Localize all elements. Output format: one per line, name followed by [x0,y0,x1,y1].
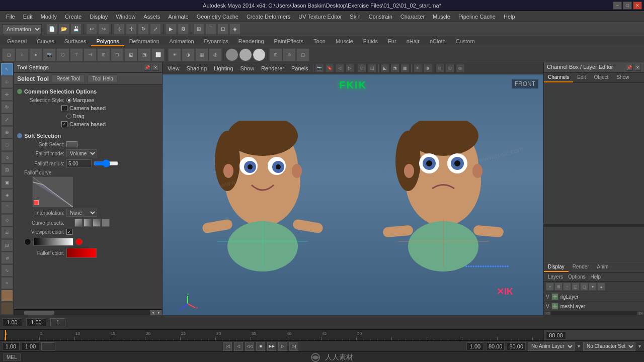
drag-radio[interactable]: Drag [66,113,85,119]
vp-frame-sel-btn[interactable]: ◱ [368,64,377,73]
layer-member-btn[interactable]: ◱ [572,283,580,291]
tab-custom[interactable]: Custom [451,37,480,46]
vp-bookmark-btn[interactable]: 🔖 [325,64,334,73]
falloff-mode-select[interactable]: Volume Surface Global [66,149,97,157]
right-scrollbar[interactable] [544,224,644,227]
icon-ref[interactable]: ◱ [296,48,309,61]
vp-shadow-btn[interactable]: ◑ [423,64,432,73]
vp-light-btn[interactable]: ☀ [413,64,422,73]
thumbnail-1[interactable] [1,290,13,302]
menu-edit[interactable]: Edit [19,13,37,21]
layer-scroll-right-btn[interactable]: ▷ [637,311,644,315]
stop-btn[interactable]: ■ [256,342,265,351]
undo-btn[interactable]: ↩ [86,24,97,35]
timeline[interactable]: 1 5 10 15 20 25 30 35 40 45 50 80.00 [0,329,644,340]
ts-pin-btn[interactable]: 📌 [144,64,151,71]
menu-geometry-cache[interactable]: Geometry Cache [193,13,243,21]
tab-muscle[interactable]: Muscle [331,37,358,46]
icon-4views[interactable]: ⊡ [111,48,124,61]
flare-btn[interactable]: ◇ [1,214,13,226]
menu-help[interactable]: Help [500,13,519,21]
menu-animate[interactable]: Animate [164,13,192,21]
bend-btn[interactable]: ⌒ [1,202,13,214]
tab-toon[interactable]: Toon [308,37,331,46]
step-fwd-btn[interactable]: ▷ [278,342,287,351]
minimize-button[interactable]: – [613,2,622,10]
vp-prev-view-btn[interactable]: ◁ [335,64,344,73]
tab-general[interactable]: General [2,37,32,46]
anim-layer-arrow[interactable]: ▾ [577,343,581,349]
vp-grid-btn[interactable]: ⊞ [436,64,445,73]
maximize-button[interactable]: □ [623,2,632,10]
viewport-color-checkbox[interactable]: ✓ [66,229,72,235]
preset-3[interactable] [93,219,101,227]
vp-menu-shading[interactable]: Shading [184,64,210,72]
sculpt-btn[interactable]: ⌽ [1,151,13,163]
settings-scrollbar[interactable]: ◂ ▸ [14,309,162,315]
tab-fluids[interactable]: Fluids [358,37,383,46]
icon-lights[interactable]: ☀ [168,48,181,61]
layer-tab-display[interactable]: Display [544,262,569,272]
squash-btn[interactable]: ⊡ [1,239,13,251]
vp-select-cam-btn[interactable]: 📷 [315,64,324,73]
scroll-right-btn[interactable]: ▸ [156,310,162,316]
menu-create[interactable]: Create [61,13,86,21]
layer-scroll-track[interactable] [551,311,637,315]
color-gradient-display[interactable] [33,238,73,246]
layer-tab-anim[interactable]: Anim [593,262,613,272]
select-members-btn[interactable]: ◻ [580,283,588,291]
falloff-handle[interactable] [34,200,39,205]
vp-menu-view[interactable]: View [165,64,183,72]
reset-tool-button[interactable]: Reset Tool [52,74,85,83]
vp-wire-btn[interactable]: ⬕ [380,64,389,73]
cb-tab-channels[interactable]: Channels [544,73,573,82]
falloff-radius-slider[interactable] [94,160,119,166]
gradient-end-swatch[interactable] [75,238,83,245]
menu-display[interactable]: Display [86,13,112,21]
falloff-radius-input[interactable] [66,159,92,167]
show-manip-btn[interactable]: ⊞ [1,164,13,176]
cb-close-btn[interactable]: ✕ [634,64,641,71]
tab-painteffects[interactable]: PaintEffects [269,37,309,46]
menu-file[interactable]: File [2,13,19,21]
lattice-btn[interactable]: ▣ [1,176,13,189]
mel-button[interactable]: MEL [3,353,21,361]
falloff-color-swatch[interactable] [66,248,97,258]
vp-hud-btn[interactable]: ⊟ [446,64,455,73]
sine-btn[interactable]: ≋ [1,227,13,239]
layer-opt-help[interactable]: Help [588,274,603,280]
common-selection-section-header[interactable]: Common Selection Options [16,87,160,96]
thumbnail-2[interactable] [1,302,13,314]
preset-1[interactable] [74,219,83,227]
icon-bbox[interactable]: ⬜ [151,48,165,61]
tab-ncloth[interactable]: nCloth [425,37,451,46]
timeline-track[interactable]: 1 5 10 15 20 25 30 35 40 45 50 [4,330,543,340]
close-button[interactable]: ✕ [633,2,642,10]
go-end-btn[interactable]: ▷| [289,342,298,351]
cb-pin-btn[interactable]: 📌 [626,64,633,71]
cb-tab-edit[interactable]: Edit [573,73,590,82]
icon-lasso[interactable]: ○ [16,48,29,61]
new-scene-btn[interactable]: 📄 [46,24,57,35]
play-fwd-btn[interactable]: ▶▶ [267,342,276,351]
viewport-render-area[interactable]: FKIK FRONT [163,74,543,315]
wave-btn[interactable]: ∿ [1,264,13,277]
save-scene-btn[interactable]: 💾 [70,24,82,35]
tab-nhair[interactable]: nHair [401,37,425,46]
tab-dynamics[interactable]: Dynamics [199,37,233,46]
cb-tab-object[interactable]: Object [590,73,613,82]
add-sel-to-layer-btn[interactable]: ▾ [589,283,597,291]
layer-scrollbar[interactable]: ◁ ▷ [544,311,644,315]
icon-color3[interactable] [253,48,266,61]
create-layer-btn[interactable]: + [546,283,554,291]
step-back-btn[interactable]: ◁ [234,342,243,351]
preset-2[interactable] [84,219,92,227]
render-settings-btn[interactable]: ⚙ [178,24,189,35]
render-btn[interactable]: ▶ [166,24,177,35]
character-set-select[interactable]: No Character Set [583,342,635,351]
vp-next-view-btn[interactable]: ▷ [345,64,354,73]
tab-curves[interactable]: Curves [32,37,59,46]
icon-texture[interactable]: ▦ [195,48,208,61]
vp-menu-lighting[interactable]: Lighting [211,64,236,72]
soft-mod-btn[interactable]: ◌ [1,139,13,151]
